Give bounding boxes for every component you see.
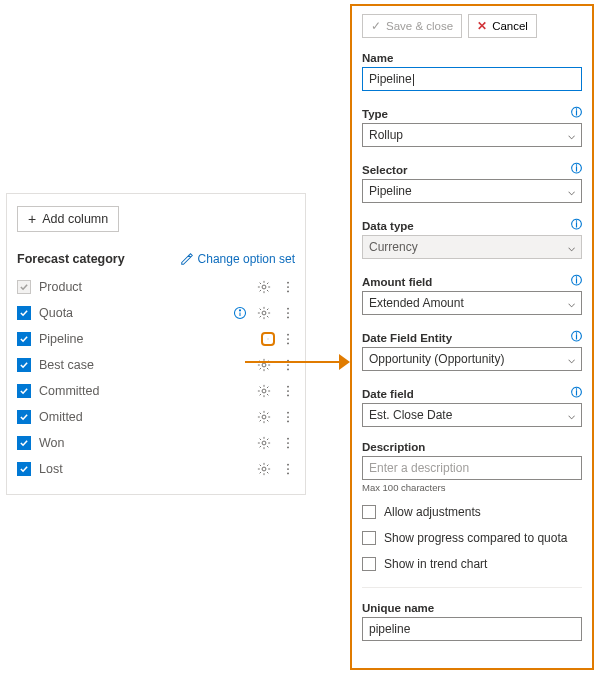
svg-point-0 [262, 285, 266, 289]
row-checkbox[interactable] [17, 462, 31, 476]
show-progress-checkbox[interactable]: Show progress compared to quota [362, 531, 582, 545]
type-select[interactable]: Rollup ⌵ [362, 123, 582, 147]
name-field[interactable]: Pipeline [362, 67, 582, 91]
gear-icon[interactable] [261, 332, 275, 346]
svg-point-3 [287, 291, 289, 293]
gear-icon[interactable] [257, 436, 271, 450]
show-trend-checkbox[interactable]: Show in trend chart [362, 557, 582, 571]
row-actions [257, 384, 295, 398]
svg-point-22 [262, 415, 266, 419]
row-checkbox[interactable] [17, 436, 31, 450]
category-row: Pipeline [17, 326, 295, 352]
svg-point-30 [262, 467, 266, 471]
data-type-label: Data type [362, 220, 414, 232]
row-actions [257, 280, 295, 294]
chevron-down-icon: ⌵ [568, 408, 575, 422]
row-label: Pipeline [39, 332, 265, 346]
svg-point-18 [262, 389, 266, 393]
svg-point-33 [287, 473, 289, 475]
row-label: Best case [39, 358, 257, 372]
gear-icon[interactable] [257, 410, 271, 424]
category-title: Forecast category [17, 252, 125, 266]
more-icon[interactable] [281, 280, 295, 294]
row-checkbox[interactable] [17, 332, 31, 346]
chevron-down-icon: ⌵ [568, 296, 575, 310]
info-icon[interactable]: ⓘ [571, 273, 582, 288]
svg-point-28 [287, 442, 289, 444]
category-row: Quota [17, 300, 295, 326]
more-icon[interactable] [281, 332, 295, 346]
description-placeholder: Enter a description [369, 461, 469, 475]
row-actions [257, 410, 295, 424]
gear-icon[interactable] [257, 280, 271, 294]
change-option-set-link[interactable]: Change option set [180, 252, 295, 266]
column-properties-panel: ✓ Save & close ✕ Cancel Name Pipeline Ty… [350, 4, 594, 670]
info-icon[interactable]: ⓘ [571, 161, 582, 176]
allow-adjustments-checkbox[interactable]: Allow adjustments [362, 505, 582, 519]
selector-label: Selector [362, 164, 407, 176]
svg-point-6 [262, 311, 266, 315]
row-label: Committed [39, 384, 257, 398]
info-icon[interactable]: ⓘ [571, 105, 582, 120]
svg-point-25 [287, 421, 289, 423]
description-field[interactable]: Enter a description [362, 456, 582, 480]
row-checkbox[interactable] [17, 410, 31, 424]
allow-adj-label: Allow adjustments [384, 505, 481, 519]
chevron-down-icon: ⌵ [568, 240, 575, 254]
checkbox-icon [362, 505, 376, 519]
info-icon[interactable]: ⓘ [571, 385, 582, 400]
unique-name-label: Unique name [362, 602, 434, 614]
unique-name-field[interactable]: pipeline [362, 617, 582, 641]
row-checkbox[interactable] [17, 384, 31, 398]
add-column-label: Add column [42, 212, 108, 226]
date-entity-select[interactable]: Opportunity (Opportunity) ⌵ [362, 347, 582, 371]
pencil-icon [180, 252, 194, 266]
data-type-value: Currency [369, 240, 418, 254]
type-label: Type [362, 108, 388, 120]
more-icon[interactable] [281, 462, 295, 476]
checkmark-icon: ✓ [371, 19, 381, 33]
info-icon[interactable]: ⓘ [571, 329, 582, 344]
description-label: Description [362, 441, 425, 453]
amount-field-select[interactable]: Extended Amount ⌵ [362, 291, 582, 315]
checkbox-icon [362, 557, 376, 571]
svg-point-32 [287, 468, 289, 470]
gear-icon[interactable] [257, 462, 271, 476]
add-column-button[interactable]: + Add column [17, 206, 119, 232]
svg-point-5 [239, 310, 240, 311]
date-field-value: Est. Close Date [369, 408, 452, 422]
cancel-button[interactable]: ✕ Cancel [468, 14, 537, 38]
info-icon[interactable]: ⓘ [571, 217, 582, 232]
svg-point-23 [287, 412, 289, 414]
more-icon[interactable] [281, 306, 295, 320]
more-icon[interactable] [281, 436, 295, 450]
row-label: Product [39, 280, 257, 294]
category-row: Lost [17, 456, 295, 482]
plus-icon: + [28, 212, 36, 226]
svg-point-7 [287, 308, 289, 310]
gear-icon[interactable] [257, 384, 271, 398]
selector-value: Pipeline [369, 184, 412, 198]
row-actions [257, 462, 295, 476]
selector-select[interactable]: Pipeline ⌵ [362, 179, 582, 203]
svg-point-2 [287, 286, 289, 288]
show-progress-label: Show progress compared to quota [384, 531, 567, 545]
unique-name-value: pipeline [369, 622, 410, 636]
save-close-button[interactable]: ✓ Save & close [362, 14, 462, 38]
category-row: Won [17, 430, 295, 456]
row-checkbox[interactable] [17, 306, 31, 320]
gear-icon[interactable] [257, 306, 271, 320]
more-icon[interactable] [281, 410, 295, 424]
date-field-select[interactable]: Est. Close Date ⌵ [362, 403, 582, 427]
row-checkbox[interactable] [17, 358, 31, 372]
category-row: Product [17, 274, 295, 300]
cancel-label: Cancel [492, 20, 528, 32]
info-icon[interactable] [233, 306, 247, 320]
show-trend-label: Show in trend chart [384, 557, 487, 571]
svg-point-13 [287, 343, 289, 345]
date-entity-value: Opportunity (Opportunity) [369, 352, 504, 366]
data-type-select: Currency ⌵ [362, 235, 582, 259]
more-icon[interactable] [281, 384, 295, 398]
close-icon: ✕ [477, 19, 487, 33]
svg-point-9 [287, 317, 289, 319]
